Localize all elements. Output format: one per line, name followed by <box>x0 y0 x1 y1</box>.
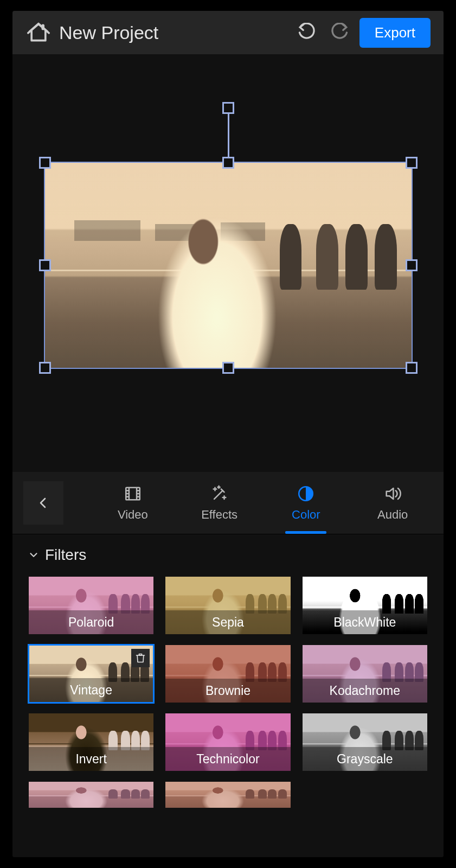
resize-handle-top-left[interactable] <box>39 157 51 169</box>
chevron-down-icon <box>28 549 40 561</box>
delete-filter-button[interactable] <box>131 649 150 667</box>
filter-extra1[interactable] <box>28 781 155 809</box>
tab-color[interactable]: Color <box>266 472 346 534</box>
resize-handle-middle-right[interactable] <box>406 259 418 271</box>
tab-label: Video <box>118 508 148 522</box>
tab-label: Audio <box>377 508 408 522</box>
filter-label: BlackWhite <box>303 610 427 634</box>
clip-preview-image <box>45 163 412 368</box>
filter-sepia[interactable]: Sepia <box>164 576 291 635</box>
filter-polaroid[interactable]: Polaroid <box>28 576 155 635</box>
film-icon <box>123 484 143 503</box>
export-button[interactable]: Export <box>359 18 431 48</box>
home-icon[interactable] <box>25 20 52 46</box>
filter-label: Invert <box>29 747 153 771</box>
tab-label: Color <box>292 508 320 522</box>
filter-label: Vintage <box>29 678 153 702</box>
canvas-area[interactable] <box>12 54 444 472</box>
filters-grid: PolaroidSepiaBlackWhiteVintageBrownieKod… <box>28 576 428 809</box>
app-root: New Project Export <box>12 11 444 857</box>
speaker-icon <box>383 484 402 503</box>
header-bar: New Project Export <box>12 11 444 54</box>
wand-icon <box>210 484 229 503</box>
filter-extra2[interactable] <box>164 781 291 809</box>
resize-handle-bottom-middle[interactable] <box>222 362 234 374</box>
contrast-icon <box>296 484 316 503</box>
resize-handle-bottom-right[interactable] <box>406 362 418 374</box>
filter-label: Grayscale <box>303 747 427 771</box>
filter-brownie[interactable]: Brownie <box>164 644 291 704</box>
filter-label: Brownie <box>165 679 290 703</box>
filter-technicolor[interactable]: Technicolor <box>164 712 291 772</box>
filters-panel: Filters PolaroidSepiaBlackWhiteVintageBr… <box>12 534 444 857</box>
filters-section-title: Filters <box>45 546 86 564</box>
undo-button[interactable] <box>294 20 319 45</box>
filter-label: Polaroid <box>29 610 153 634</box>
resize-handle-bottom-left[interactable] <box>39 362 51 374</box>
filter-blackwhite[interactable]: BlackWhite <box>301 576 428 635</box>
tab-audio[interactable]: Audio <box>352 472 433 534</box>
back-button[interactable] <box>23 481 63 525</box>
filter-label: Sepia <box>165 610 290 634</box>
tab-video[interactable]: Video <box>93 472 173 534</box>
filter-invert[interactable]: Invert <box>28 712 155 772</box>
clip-selection-frame[interactable] <box>44 162 413 369</box>
rotation-connector <box>228 113 229 157</box>
rotation-handle[interactable] <box>222 102 234 114</box>
svg-marker-10 <box>387 488 394 499</box>
resize-handle-top-right[interactable] <box>406 157 418 169</box>
editor-tabs: Video Effects Color <box>12 472 444 534</box>
filters-section-header[interactable]: Filters <box>28 546 428 564</box>
filter-vintage[interactable]: Vintage <box>28 644 155 704</box>
redo-button[interactable] <box>327 20 352 45</box>
resize-handle-middle-left[interactable] <box>39 259 51 271</box>
filter-label: Technicolor <box>165 747 290 771</box>
filter-kodachrome[interactable]: Kodachrome <box>301 644 428 704</box>
filter-grayscale[interactable]: Grayscale <box>301 712 428 772</box>
resize-handle-top-middle[interactable] <box>222 157 234 169</box>
tab-effects[interactable]: Effects <box>179 472 260 534</box>
filter-label: Kodachrome <box>303 679 427 703</box>
tab-label: Effects <box>201 508 237 522</box>
project-title: New Project <box>59 22 287 43</box>
